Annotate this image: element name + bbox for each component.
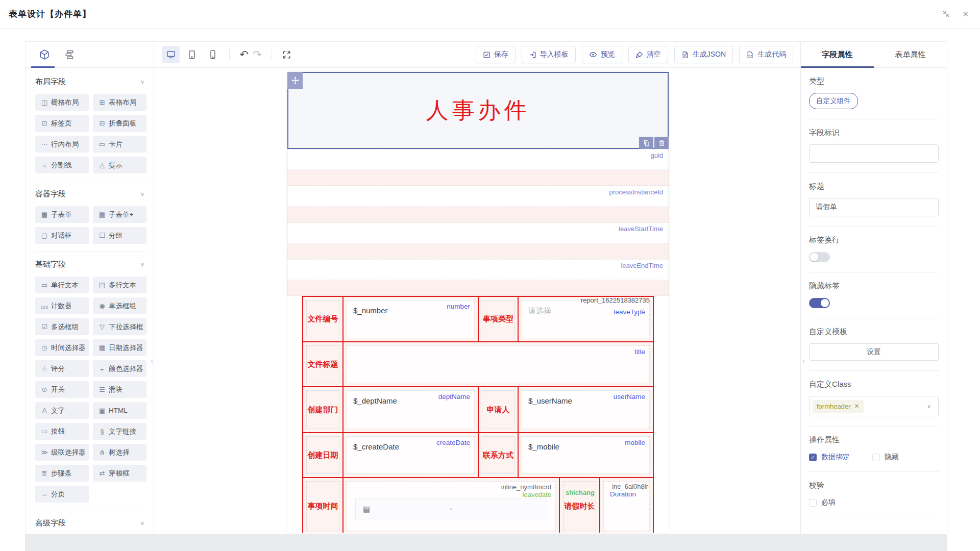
generate-json-button[interactable]: 生成JSON bbox=[674, 46, 733, 63]
label-wrap-toggle[interactable] bbox=[809, 252, 830, 262]
palette-item[interactable]: ⊟折叠面板 bbox=[93, 115, 146, 132]
palette-item[interactable]: ⇄穿梭框 bbox=[93, 465, 146, 482]
hide-label-toggle[interactable] bbox=[809, 298, 830, 308]
palette-item[interactable]: ◉单选框组 bbox=[93, 297, 146, 314]
palette-item[interactable]: A文字 bbox=[35, 402, 89, 419]
palette-item[interactable]: §文字链接 bbox=[93, 423, 146, 440]
palette-section-header[interactable]: 高级字段∨ bbox=[35, 518, 146, 528]
palette-section-header[interactable]: 基础字段∨ bbox=[35, 260, 146, 269]
palette-item[interactable]: ₁₂₃计数器 bbox=[35, 297, 89, 314]
field-label-cell[interactable]: 申请人 bbox=[479, 387, 518, 432]
tab-field-properties[interactable]: 字段属性 bbox=[801, 42, 874, 67]
compress-icon[interactable] bbox=[942, 10, 950, 18]
title-field[interactable]: title bbox=[344, 342, 653, 386]
palette-item[interactable]: ↔分页 bbox=[35, 486, 89, 503]
undo-icon[interactable]: ↶ bbox=[237, 48, 251, 61]
prop-group-hide-label: 隐藏标签 bbox=[809, 272, 939, 318]
title-input[interactable] bbox=[809, 198, 939, 216]
required-checkbox[interactable]: 必填 bbox=[809, 498, 836, 507]
field-label-cell[interactable]: 事项时间 bbox=[303, 478, 342, 533]
palette-item[interactable]: ▭卡片 bbox=[93, 136, 146, 153]
number-field[interactable]: $_number number bbox=[344, 297, 478, 341]
palette-section-header[interactable]: 布局字段∨ bbox=[35, 77, 146, 87]
palette-section-header[interactable]: 容器字段∨ bbox=[35, 189, 146, 199]
user-name-field[interactable]: $_userName userName bbox=[519, 387, 653, 432]
form-canvas[interactable]: 人事办件 guidprocessInstanceIdleaveStartTime… bbox=[287, 72, 669, 533]
palette-item[interactable]: ▽下拉选择框 bbox=[93, 318, 146, 335]
hidden-checkbox[interactable]: 隐藏 bbox=[872, 453, 899, 462]
design-stage[interactable]: 人事办件 guidprocessInstanceIdleaveStartTime… bbox=[154, 68, 800, 534]
palette-item[interactable]: ◒颜色选择器 bbox=[93, 360, 146, 377]
components-tab-cube-icon[interactable] bbox=[39, 49, 50, 60]
palette-item[interactable]: ▭按钮 bbox=[35, 423, 89, 440]
palette-item[interactable]: ▤子表单+ bbox=[93, 206, 146, 223]
palette-item[interactable]: △提示 bbox=[93, 157, 146, 173]
clear-button[interactable]: 清空 bbox=[628, 46, 668, 63]
tab-form-properties[interactable]: 表单属性 bbox=[874, 42, 947, 67]
palette-item[interactable]: ▭单行文本 bbox=[35, 277, 89, 293]
field-label-cell[interactable]: shichang 请假时长 bbox=[560, 478, 599, 533]
collapse-left-panel-icon[interactable]: ‹ bbox=[149, 352, 154, 371]
generate-code-button[interactable]: 生成代码 bbox=[739, 46, 793, 63]
type-badge[interactable]: 自定义组件 bbox=[809, 93, 858, 109]
field-label-cell[interactable]: 创建日期 bbox=[303, 433, 342, 477]
hidden-field-row[interactable]: leaveStartTime bbox=[287, 222, 669, 243]
duration-field[interactable]: ine_6ai0h8lr Duration bbox=[600, 478, 653, 533]
palette-item[interactable]: ▣HTML bbox=[93, 402, 146, 419]
palette-item[interactable]: ▤多行文本 bbox=[93, 277, 146, 293]
palette-item[interactable]: ⊡标签页 bbox=[35, 115, 89, 132]
field-id-input[interactable] bbox=[809, 144, 939, 163]
palette-item-label: 计数器 bbox=[51, 302, 72, 311]
palette-item-label: 多行文本 bbox=[109, 281, 136, 290]
palette-item[interactable]: ▢对话框 bbox=[35, 227, 89, 244]
tablet-view-icon[interactable] bbox=[183, 46, 201, 63]
preview-button[interactable]: 预览 bbox=[582, 46, 622, 63]
palette-item[interactable]: ☑多选框组 bbox=[35, 318, 89, 335]
palette-item[interactable]: ≣步骤条 bbox=[35, 465, 89, 482]
palette-item[interactable]: ◫栅格布局 bbox=[35, 94, 89, 111]
data-binding-checkbox[interactable]: ✓ 数据绑定 bbox=[809, 453, 850, 462]
field-label-cell[interactable]: 创建部门 bbox=[303, 387, 342, 432]
close-icon[interactable]: ✕ bbox=[962, 10, 969, 19]
import-template-button[interactable]: 导入模板 bbox=[522, 46, 576, 63]
save-button[interactable]: 保存 bbox=[476, 46, 516, 63]
palette-item[interactable]: ≫级联选择器 bbox=[35, 444, 89, 461]
palette-item[interactable]: ☰滑块 bbox=[93, 381, 146, 398]
desktop-view-icon[interactable] bbox=[162, 46, 180, 63]
field-label-cell[interactable]: 事项类型 bbox=[479, 297, 518, 341]
outline-tab-tree-icon[interactable] bbox=[64, 49, 75, 60]
palette-item[interactable]: ⋔树选择 bbox=[93, 444, 146, 461]
collapse-right-panel-icon[interactable]: › bbox=[801, 352, 806, 371]
copy-icon[interactable] bbox=[639, 137, 653, 149]
leave-date-range-field[interactable]: inline_nym8mcrd leavedate ▦ - bbox=[344, 478, 559, 533]
hidden-field-row[interactable]: processInstanceId bbox=[287, 186, 669, 207]
dept-name-field[interactable]: $_deptName deptName bbox=[344, 387, 478, 432]
date-range-input[interactable]: ▦ - bbox=[355, 498, 547, 519]
template-settings-button[interactable]: 设置 bbox=[809, 343, 939, 361]
field-label-cell[interactable]: 文件编号 bbox=[303, 297, 342, 341]
selected-title-component[interactable]: 人事办件 bbox=[287, 72, 669, 149]
hidden-field-row[interactable]: leaveEndTime bbox=[287, 259, 669, 280]
field-label-cell[interactable]: 联系方式 bbox=[479, 433, 518, 477]
tag-close-icon[interactable]: ✕ bbox=[854, 403, 859, 410]
create-date-field[interactable]: $_createDate createDate bbox=[344, 433, 478, 477]
palette-item[interactable]: ⋯行内布局 bbox=[35, 136, 89, 153]
redo-icon[interactable]: ↷ bbox=[251, 48, 264, 61]
palette-item[interactable]: ▦日期选择器 bbox=[93, 339, 146, 356]
palette-item[interactable]: ≡分割线 bbox=[35, 157, 89, 173]
time-picker-icon: ◷ bbox=[40, 344, 49, 352]
custom-class-select[interactable]: formheader ✕ ∨ bbox=[809, 396, 939, 416]
palette-item[interactable]: ☐分组 bbox=[93, 227, 146, 244]
palette-item[interactable]: ⊞表格布局 bbox=[93, 94, 146, 111]
phone-view-icon[interactable] bbox=[204, 46, 222, 63]
palette-item[interactable]: ⊙开关 bbox=[35, 381, 89, 398]
move-handle-icon[interactable] bbox=[287, 72, 303, 89]
field-label-cell[interactable]: 文件标题 bbox=[303, 342, 342, 386]
hidden-field-row[interactable]: guid bbox=[287, 149, 669, 170]
fullscreen-icon[interactable] bbox=[280, 51, 293, 59]
palette-item[interactable]: ◷时间选择器 bbox=[35, 339, 89, 356]
delete-icon[interactable] bbox=[654, 137, 669, 149]
palette-item[interactable]: ☆评分 bbox=[35, 360, 89, 377]
mobile-field[interactable]: $_mobile mobile bbox=[519, 433, 653, 477]
palette-item[interactable]: ▦子表单 bbox=[35, 206, 89, 223]
